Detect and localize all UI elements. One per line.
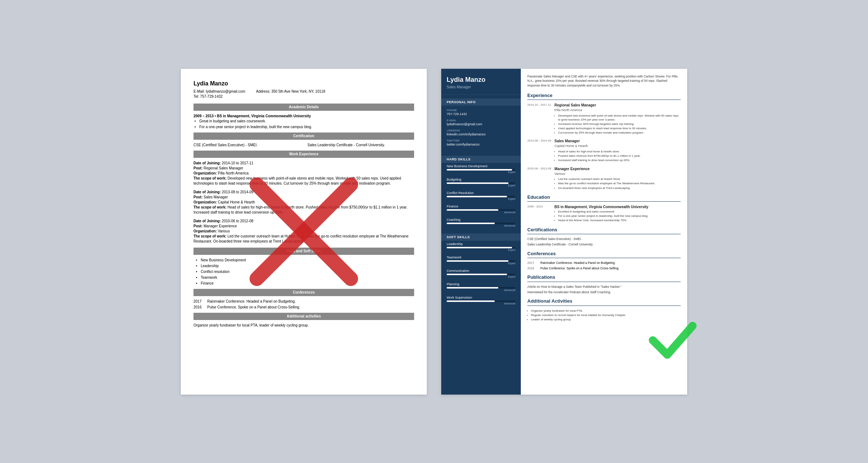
work2-date: Date of Joining: 2013-08 to 2014-09 xyxy=(193,190,414,195)
conf2-text: Pulse Conference. Spoke on a Panel about… xyxy=(207,305,300,310)
exp-0-bullet-2: Used applied technologies to slash lead … xyxy=(558,126,681,130)
certifications-container: CSE (Certified Sales Executive) - SMEI.S… xyxy=(527,237,681,247)
exp-2-bullet-0: Led the customer outreach team at Hubert… xyxy=(558,177,681,181)
soft-skill-level-1: Expert xyxy=(447,262,515,265)
exp-title-0: Regional Sales Manager xyxy=(554,103,681,108)
skills-list: New Business Development Leadership Conf… xyxy=(201,258,414,286)
conf1-year: 2017 xyxy=(193,299,204,304)
info-linkedin: LinkedIn linkedin.com/in/lydiamanzo xyxy=(447,129,515,136)
exp-0-bullet-3: Cut turnover by 25% through team morale … xyxy=(558,131,681,135)
hard-skill-1: Budgeting Expert xyxy=(441,176,521,190)
publications-section: Publications Article on How to Manage a … xyxy=(527,274,681,294)
soft-skill-bar-bg-1 xyxy=(447,260,515,262)
conferences-section: 2017 Rainmaker Conference. Headed a Pane… xyxy=(193,299,414,310)
hard-skill-name-3: Finance xyxy=(447,205,515,208)
work1-date: Date of Joining: 2014-10 to 2017-11 xyxy=(193,161,414,166)
hard-skill-name-4: Coaching xyxy=(447,218,515,222)
hard-skill-bar-fill-0 xyxy=(447,169,512,171)
edu-dates-0: 2009 - 2013 xyxy=(527,205,553,209)
exp-dates-1: 2013-08 - 2014-09 xyxy=(527,139,553,143)
tel-value: 757-729-1432 xyxy=(200,94,222,98)
soft-skill-bar-fill-1 xyxy=(447,260,509,262)
exp-dates-0: 2014-10 - 2017-11 xyxy=(527,103,553,107)
hard-skill-bar-bg-3 xyxy=(447,209,515,211)
hard-skill-level-3: Advanced xyxy=(447,211,515,214)
certifications-title: Certifications xyxy=(527,227,681,234)
email-value-r: lydiafmanzo@gmail.com xyxy=(447,122,515,126)
soft-skill-name-3: Planning xyxy=(447,282,515,286)
hard-skill-2: Conflict Resolution Expert xyxy=(441,190,521,203)
conferences-title-r: Conferences xyxy=(527,251,681,258)
hard-skill-bar-bg-4 xyxy=(447,223,515,224)
exp-title-2: Manager Experience xyxy=(554,167,681,172)
conferences-section-r: Conferences 2017 Rainmaker Conference. H… xyxy=(527,251,681,271)
soft-skill-bar-bg-2 xyxy=(447,274,515,275)
skill-4: Teamwork xyxy=(201,275,414,280)
hard-skill-bar-bg-1 xyxy=(447,182,515,184)
soft-skill-bar-fill-0 xyxy=(447,247,512,248)
conf-r-text-1: Pulse Conference. Spoke on a Panel about… xyxy=(540,266,619,271)
additional-item-0: Organize yearly fundraiser for local PTA… xyxy=(531,309,681,313)
email-value: lydiafmanzo@gmail.com xyxy=(206,89,245,93)
work1-org: Organization: Pilla North America xyxy=(193,171,414,176)
work2-post: Post: Sales Manager xyxy=(193,195,414,200)
soft-skill-1: Teamwork Expert xyxy=(441,254,521,268)
conf-1: 2017 Rainmaker Conference. Headed a Pane… xyxy=(193,299,414,304)
publications-title: Publications xyxy=(527,274,681,282)
work2-scope: The scope of work: Head of sales for hig… xyxy=(193,205,414,215)
sidebar: Lydia Manzo Sales Manager Personal Info … xyxy=(441,69,521,395)
conf2-year: 2016 xyxy=(193,305,204,310)
exp-right-1: Sales Manager Capital Home & Hearth Head… xyxy=(554,139,681,162)
academic-divider: Academic Details xyxy=(193,104,414,111)
work-divider: Work Experience xyxy=(193,151,414,158)
exp-0-bullet-1: Increased revenue 30% through targeted s… xyxy=(558,122,681,126)
twitter-value: twitter.com/lydiamanzo xyxy=(447,143,515,146)
address-value: 350 5th Ave New York, NY, 10118 xyxy=(271,89,325,93)
exp-dates-2: 2010-06 - 2012-08 xyxy=(527,167,553,171)
hard-skill-name-2: Conflict Resolution xyxy=(447,191,515,195)
conf-r-year-1: 2016 xyxy=(527,266,537,271)
academic-section: 2009 – 2013 • BS in Management, Virginia… xyxy=(193,114,414,130)
edu-title-0: BS in Management, Virginia Commonwealth … xyxy=(554,205,681,210)
hard-skill-0: New Business Development Expert xyxy=(441,163,521,176)
edu-bullets-0: Excelled in budgeting and sales coursewo… xyxy=(558,210,681,223)
tel-label: Tel: 757-729-1432 xyxy=(193,94,245,99)
exp-bullets-0: Developed new business with point-of-sal… xyxy=(558,114,681,135)
main-content: Passionate Sales Manager and CSE with 4+… xyxy=(521,69,687,395)
hard-skill-name-0: New Business Development xyxy=(447,164,515,168)
soft-skill-2: Communication Expert xyxy=(441,268,521,281)
skill-5: Finance xyxy=(201,281,414,286)
hard-skill-name-1: Budgeting xyxy=(447,178,515,181)
edu-0-bullet-2: Head of the Anime Club. Increased member… xyxy=(558,218,681,222)
info-phone: Phone 757-729-1432 xyxy=(447,109,515,116)
exp-1-bullet-1: Pushed sales revenue from $750,000/yr to… xyxy=(558,154,681,158)
hard-skill-bar-fill-2 xyxy=(447,196,507,197)
additional-section-r: Additional Activities Organize yearly fu… xyxy=(527,298,681,321)
email-label-r: E-mail xyxy=(447,119,515,122)
soft-skill-name-4: Work Supervision xyxy=(447,296,515,299)
publications-container: Article on How to Manage a Sales Team Pu… xyxy=(527,285,681,295)
resume-styled: Lydia Manzo Sales Manager Personal Info … xyxy=(441,69,687,395)
hard-skill-level-0: Expert xyxy=(447,171,515,173)
email-label: E-Mail: lydiafmanzo@gmail.com xyxy=(193,89,245,94)
additional-item-2: Leader of weekly cycling group. xyxy=(531,317,681,321)
sidebar-header: Lydia Manzo Sales Manager xyxy=(441,69,521,95)
exp-company-0: Pilla North America xyxy=(554,108,681,113)
work-entry-2: Date of Joining: 2013-08 to 2014-09 Post… xyxy=(193,190,414,215)
exp-bullets-1: Head of sales for high-end home & hearth… xyxy=(558,150,681,163)
conf-2: 2016 Pulse Conference. Spoke on a Panel … xyxy=(193,305,414,310)
skill-2: Leadership xyxy=(201,264,414,269)
additional-container: Organize yearly fundraiser for local PTA… xyxy=(531,309,681,322)
main-container: Lydia Manzo E-Mail: lydiafmanzo@gmail.co… xyxy=(36,69,832,395)
info-twitter: Twitter twitter.com/lydiamanzo xyxy=(447,139,515,146)
hard-skill-bar-fill-4 xyxy=(447,223,495,224)
cert-item-0: CSE (Certified Sales Executive) - SMEI. xyxy=(527,237,681,241)
conf-r-0: 2017 Rainmaker Conference. Headed a Pane… xyxy=(527,261,681,265)
exp-2-bullet-2: On-boarded three new employees at Trent … xyxy=(558,186,681,190)
exp-right-2: Manager Experience Various Led the custo… xyxy=(554,167,681,190)
soft-skills-title: Soft Skills xyxy=(441,233,521,241)
hard-skill-4: Coaching Advanced xyxy=(441,216,521,230)
exp-2-bullet-1: Was the go-to conflict resolution employ… xyxy=(558,181,681,185)
conf-r-year-0: 2017 xyxy=(527,261,537,265)
conf1-text: Rainmaker Conference. Headed a Panel on … xyxy=(207,299,296,304)
